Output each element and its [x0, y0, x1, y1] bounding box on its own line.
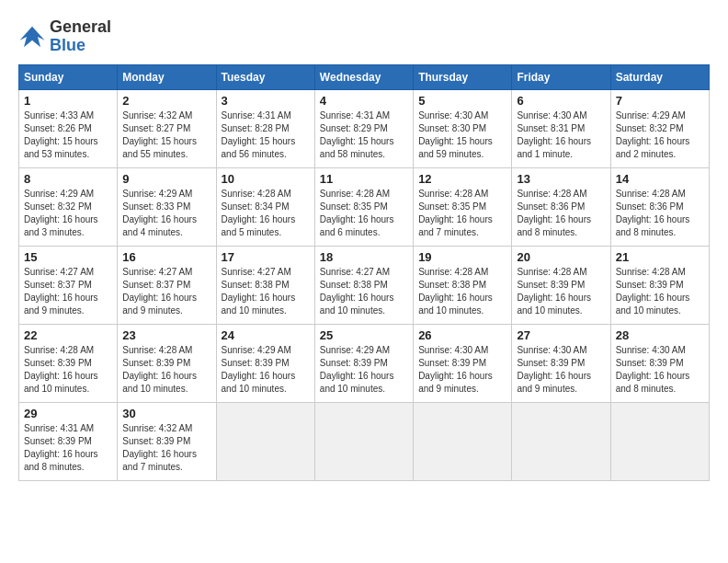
calendar-cell-empty	[314, 402, 413, 480]
calendar-cell-day-28: 28Sunrise: 4:30 AMSunset: 8:39 PMDayligh…	[610, 324, 709, 402]
day-number: 15	[24, 250, 112, 264]
calendar-cell-day-5: 5Sunrise: 4:30 AMSunset: 8:30 PMDaylight…	[414, 89, 512, 167]
calendar-cell-day-29: 29Sunrise: 4:31 AMSunset: 8:39 PMDayligh…	[19, 402, 118, 480]
column-header-thursday: Thursday	[414, 64, 512, 89]
day-number: 8	[24, 172, 112, 186]
day-number: 10	[222, 172, 310, 186]
calendar-cell-day-20: 20Sunrise: 4:28 AMSunset: 8:39 PMDayligh…	[512, 246, 610, 324]
day-number: 5	[418, 94, 506, 108]
calendar-cell-day-30: 30Sunrise: 4:32 AMSunset: 8:39 PMDayligh…	[118, 402, 216, 480]
day-info: Sunrise: 4:30 AMSunset: 8:31 PMDaylight:…	[517, 109, 605, 161]
day-info: Sunrise: 4:29 AMSunset: 8:39 PMDaylight:…	[222, 344, 310, 396]
calendar-cell-day-2: 2Sunrise: 4:32 AMSunset: 8:27 PMDaylight…	[118, 89, 216, 167]
day-number: 17	[222, 250, 310, 264]
day-info: Sunrise: 4:32 AMSunset: 8:39 PMDaylight:…	[122, 422, 210, 474]
day-number: 22	[24, 328, 112, 342]
day-info: Sunrise: 4:28 AMSunset: 8:35 PMDaylight:…	[418, 188, 506, 239]
day-number: 2	[122, 94, 210, 108]
calendar-cell-day-1: 1Sunrise: 4:33 AMSunset: 8:26 PMDaylight…	[19, 89, 118, 167]
day-number: 26	[418, 328, 506, 342]
column-header-monday: Monday	[118, 64, 216, 89]
calendar-header-row: SundayMondayTuesdayWednesdayThursdayFrid…	[19, 64, 710, 89]
day-info: Sunrise: 4:27 AMSunset: 8:38 PMDaylight:…	[222, 266, 310, 317]
day-info: Sunrise: 4:29 AMSunset: 8:32 PMDaylight:…	[24, 188, 112, 239]
day-info: Sunrise: 4:31 AMSunset: 8:29 PMDaylight:…	[320, 109, 408, 161]
day-info: Sunrise: 4:28 AMSunset: 8:36 PMDaylight:…	[616, 188, 704, 239]
logo-text: General Blue	[50, 18, 111, 55]
calendar-cell-empty	[216, 402, 314, 480]
day-number: 27	[517, 328, 605, 342]
calendar-cell-day-10: 10Sunrise: 4:28 AMSunset: 8:34 PMDayligh…	[216, 167, 314, 246]
day-info: Sunrise: 4:28 AMSunset: 8:34 PMDaylight:…	[222, 188, 310, 239]
day-number: 25	[320, 328, 408, 342]
page-header: General Blue	[18, 18, 710, 55]
calendar-cell-day-22: 22Sunrise: 4:28 AMSunset: 8:39 PMDayligh…	[19, 324, 118, 402]
day-number: 9	[122, 172, 210, 186]
calendar-week-row: 22Sunrise: 4:28 AMSunset: 8:39 PMDayligh…	[19, 324, 710, 402]
day-number: 23	[122, 328, 210, 342]
column-header-wednesday: Wednesday	[314, 64, 413, 89]
calendar-cell-day-15: 15Sunrise: 4:27 AMSunset: 8:37 PMDayligh…	[19, 246, 118, 324]
calendar-cell-day-3: 3Sunrise: 4:31 AMSunset: 8:28 PMDaylight…	[216, 89, 314, 167]
day-info: Sunrise: 4:30 AMSunset: 8:39 PMDaylight:…	[418, 344, 506, 396]
calendar-cell-empty	[512, 402, 610, 480]
calendar-week-row: 29Sunrise: 4:31 AMSunset: 8:39 PMDayligh…	[19, 402, 710, 480]
calendar-cell-day-18: 18Sunrise: 4:27 AMSunset: 8:38 PMDayligh…	[314, 246, 413, 324]
day-number: 19	[418, 250, 506, 264]
calendar-cell-day-4: 4Sunrise: 4:31 AMSunset: 8:29 PMDaylight…	[314, 89, 413, 167]
day-number: 13	[517, 172, 605, 186]
day-info: Sunrise: 4:28 AMSunset: 8:39 PMDaylight:…	[517, 266, 605, 317]
day-info: Sunrise: 4:27 AMSunset: 8:37 PMDaylight:…	[122, 266, 210, 317]
day-info: Sunrise: 4:28 AMSunset: 8:38 PMDaylight:…	[418, 266, 506, 317]
day-number: 12	[418, 172, 506, 186]
day-number: 14	[616, 172, 704, 186]
day-number: 30	[122, 407, 210, 420]
day-info: Sunrise: 4:28 AMSunset: 8:39 PMDaylight:…	[122, 344, 210, 396]
calendar-cell-day-14: 14Sunrise: 4:28 AMSunset: 8:36 PMDayligh…	[610, 167, 709, 246]
day-info: Sunrise: 4:29 AMSunset: 8:39 PMDaylight:…	[320, 344, 408, 396]
calendar-table: SundayMondayTuesdayWednesdayThursdayFrid…	[18, 64, 710, 481]
day-info: Sunrise: 4:28 AMSunset: 8:39 PMDaylight:…	[616, 266, 704, 317]
calendar-cell-day-9: 9Sunrise: 4:29 AMSunset: 8:33 PMDaylight…	[118, 167, 216, 246]
day-info: Sunrise: 4:27 AMSunset: 8:38 PMDaylight:…	[320, 266, 408, 317]
day-info: Sunrise: 4:30 AMSunset: 8:39 PMDaylight:…	[616, 344, 704, 396]
day-info: Sunrise: 4:28 AMSunset: 8:39 PMDaylight:…	[24, 344, 112, 396]
day-info: Sunrise: 4:33 AMSunset: 8:26 PMDaylight:…	[24, 109, 112, 161]
day-info: Sunrise: 4:27 AMSunset: 8:37 PMDaylight:…	[24, 266, 112, 317]
column-header-tuesday: Tuesday	[216, 64, 314, 89]
day-number: 4	[320, 94, 408, 108]
column-header-friday: Friday	[512, 64, 610, 89]
day-info: Sunrise: 4:31 AMSunset: 8:39 PMDaylight:…	[24, 422, 112, 474]
calendar-cell-day-25: 25Sunrise: 4:29 AMSunset: 8:39 PMDayligh…	[314, 324, 413, 402]
day-info: Sunrise: 4:32 AMSunset: 8:27 PMDaylight:…	[122, 109, 210, 161]
calendar-cell-empty	[414, 402, 512, 480]
calendar-cell-empty	[610, 402, 709, 480]
calendar-cell-day-16: 16Sunrise: 4:27 AMSunset: 8:37 PMDayligh…	[118, 246, 216, 324]
day-info: Sunrise: 4:28 AMSunset: 8:35 PMDaylight:…	[320, 188, 408, 239]
calendar-cell-day-26: 26Sunrise: 4:30 AMSunset: 8:39 PMDayligh…	[414, 324, 512, 402]
day-number: 1	[24, 94, 112, 108]
day-info: Sunrise: 4:30 AMSunset: 8:30 PMDaylight:…	[418, 109, 506, 161]
day-info: Sunrise: 4:30 AMSunset: 8:39 PMDaylight:…	[517, 344, 605, 396]
day-info: Sunrise: 4:29 AMSunset: 8:33 PMDaylight:…	[122, 188, 210, 239]
day-info: Sunrise: 4:28 AMSunset: 8:36 PMDaylight:…	[517, 188, 605, 239]
calendar-cell-day-21: 21Sunrise: 4:28 AMSunset: 8:39 PMDayligh…	[610, 246, 709, 324]
calendar-cell-day-8: 8Sunrise: 4:29 AMSunset: 8:32 PMDaylight…	[19, 167, 118, 246]
day-number: 24	[222, 328, 310, 342]
day-number: 6	[517, 94, 605, 108]
logo-icon	[18, 23, 46, 51]
calendar-cell-day-13: 13Sunrise: 4:28 AMSunset: 8:36 PMDayligh…	[512, 167, 610, 246]
calendar-cell-day-24: 24Sunrise: 4:29 AMSunset: 8:39 PMDayligh…	[216, 324, 314, 402]
day-number: 20	[517, 250, 605, 264]
day-info: Sunrise: 4:29 AMSunset: 8:32 PMDaylight:…	[616, 109, 704, 161]
svg-marker-0	[20, 27, 45, 48]
calendar-cell-day-11: 11Sunrise: 4:28 AMSunset: 8:35 PMDayligh…	[314, 167, 413, 246]
day-info: Sunrise: 4:31 AMSunset: 8:28 PMDaylight:…	[222, 109, 310, 161]
calendar-cell-day-23: 23Sunrise: 4:28 AMSunset: 8:39 PMDayligh…	[118, 324, 216, 402]
day-number: 16	[122, 250, 210, 264]
day-number: 28	[616, 328, 704, 342]
calendar-week-row: 1Sunrise: 4:33 AMSunset: 8:26 PMDaylight…	[19, 89, 710, 167]
day-number: 3	[222, 94, 310, 108]
calendar-cell-day-17: 17Sunrise: 4:27 AMSunset: 8:38 PMDayligh…	[216, 246, 314, 324]
calendar-week-row: 8Sunrise: 4:29 AMSunset: 8:32 PMDaylight…	[19, 167, 710, 246]
